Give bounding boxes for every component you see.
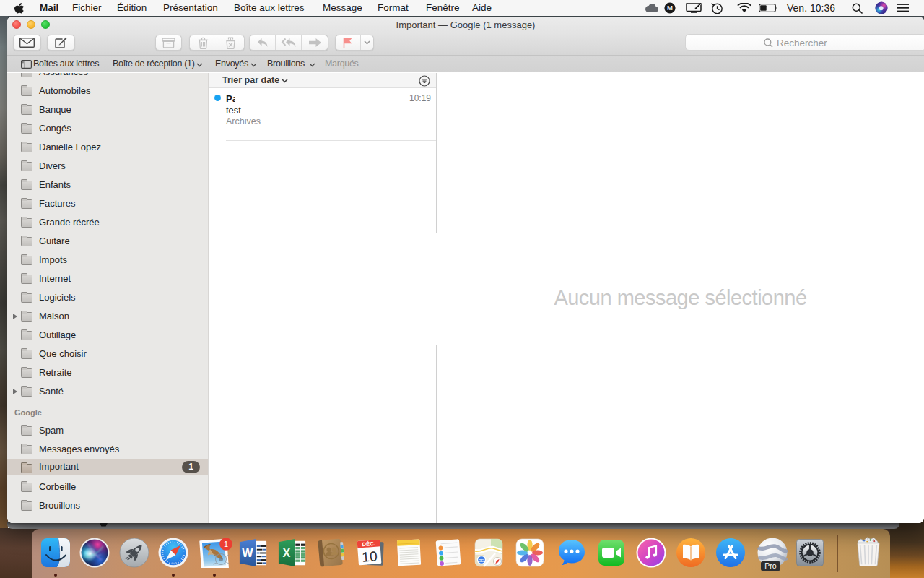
svg-text:3D: 3D xyxy=(479,558,484,563)
svg-text:X: X xyxy=(282,546,290,559)
svg-text:Pro: Pro xyxy=(764,561,777,570)
svg-text:DÉC.: DÉC. xyxy=(362,540,375,548)
svg-text:M: M xyxy=(667,4,673,12)
svg-text:W: W xyxy=(242,546,253,559)
svg-text:1: 1 xyxy=(224,540,228,548)
svg-text:10: 10 xyxy=(362,548,378,564)
